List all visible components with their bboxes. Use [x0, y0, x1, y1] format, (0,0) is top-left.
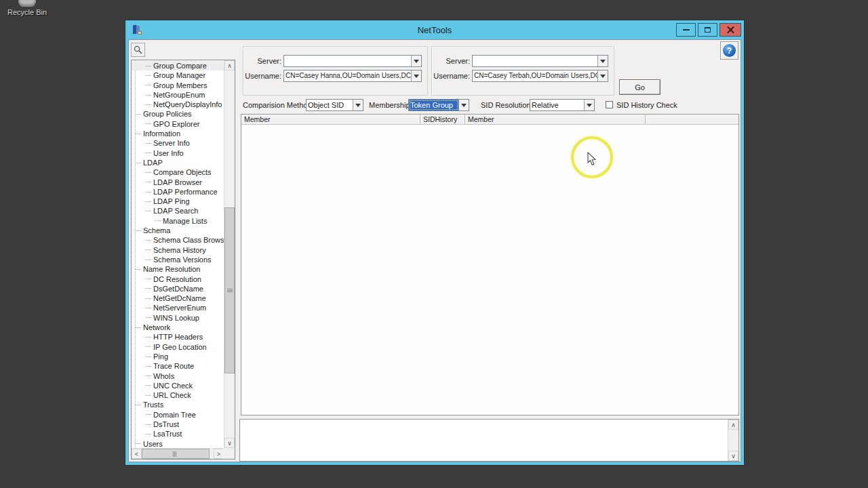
tree-item[interactable]: Schema Versions: [132, 255, 224, 264]
tree-item[interactable]: Manage Lists: [132, 216, 224, 226]
sid-history-checkbox[interactable]: [606, 101, 613, 108]
tree-item[interactable]: Domain Tree: [132, 410, 224, 420]
tree-item-label: WINS Lookup: [153, 313, 199, 323]
tree-item-label: LDAP Browser: [153, 178, 202, 187]
tree-item[interactable]: Name Resolution: [132, 264, 224, 274]
grid-header: MemberSIDHistoryMember: [241, 115, 738, 125]
tree-item-label: NetGetDcName: [153, 293, 206, 303]
tree-item[interactable]: LDAP Performance: [132, 187, 224, 197]
grid-column-header[interactable]: Member: [241, 115, 420, 124]
log-vertical-scrollbar[interactable]: ∧ ∨: [728, 420, 738, 461]
tree-item[interactable]: NetGroupEnum: [132, 90, 224, 100]
tree-item[interactable]: Compare Objects: [132, 167, 224, 177]
recycle-bin-desktop-icon[interactable]: Recycle Bin: [5, 0, 49, 16]
tree-connector: [145, 182, 151, 182]
tree-item[interactable]: Server Info: [132, 138, 224, 148]
tree-item[interactable]: Information: [132, 129, 224, 138]
tree-connector: [145, 249, 151, 250]
tree-vertical-scrollbar[interactable]: ∧ ∨: [224, 60, 235, 449]
tree-item[interactable]: Group Compare: [132, 61, 224, 70]
maximize-button[interactable]: [698, 23, 717, 37]
grid-column-header[interactable]: Member: [465, 115, 646, 124]
tree-item[interactable]: LDAP Search: [132, 206, 224, 216]
tree-item[interactable]: Schema History: [132, 245, 224, 255]
tree-item[interactable]: Ping: [132, 352, 224, 361]
tree-item[interactable]: Schema: [132, 226, 224, 235]
chevron-down-icon[interactable]: [411, 56, 421, 66]
tree-item[interactable]: LDAP Browser: [132, 178, 224, 187]
tree-item[interactable]: DsTrust: [132, 420, 224, 429]
tree-item-label: Schema Class Browser: [153, 235, 224, 245]
tree-item[interactable]: Trace Route: [132, 361, 224, 371]
chevron-down-icon[interactable]: [411, 70, 421, 81]
scrollbar-thumb[interactable]: [142, 449, 210, 459]
tree-item[interactable]: Group Policies: [132, 109, 224, 119]
scroll-down-button[interactable]: ∨: [224, 438, 235, 448]
tree-item-label: LDAP Search: [153, 206, 198, 216]
tree-item[interactable]: Network: [132, 323, 224, 332]
tree-item[interactable]: Schema Class Browser: [132, 235, 224, 245]
chevron-down-icon[interactable]: [584, 100, 594, 110]
tree-item-label: HTTP Headers: [153, 332, 203, 342]
username-combobox-right[interactable]: CN=Casey Terbah,OU=Domain Users,DC=: [472, 70, 608, 82]
tree-item[interactable]: LsaTrust: [132, 429, 224, 439]
tree-item-label: Group Compare: [153, 61, 207, 70]
comparison-method-combobox[interactable]: Object SID: [306, 99, 363, 111]
tree-item[interactable]: Group Manager: [132, 70, 224, 80]
tree-view: Group CompareGroup ManagerGroup MembersN…: [132, 60, 224, 449]
grid-column-header[interactable]: [646, 115, 738, 124]
tree-item[interactable]: Users: [132, 439, 224, 449]
tree-item[interactable]: DsGetDcName: [132, 284, 224, 293]
tree-item[interactable]: IP Geo Location: [132, 342, 224, 352]
chevron-down-icon[interactable]: [597, 70, 608, 81]
tree-item[interactable]: HTTP Headers: [132, 332, 224, 342]
chevron-down-icon[interactable]: [597, 56, 608, 66]
tree-item-label: Users: [143, 439, 163, 449]
scroll-left-button[interactable]: <: [132, 449, 142, 459]
tree-item[interactable]: URL Check: [132, 390, 224, 400]
tree-item[interactable]: User Info: [132, 148, 224, 158]
server-combobox-right[interactable]: [472, 55, 608, 67]
tree-item[interactable]: WhoIs: [132, 371, 224, 381]
membership-combobox[interactable]: Token Group: [408, 99, 469, 111]
help-button[interactable]: ?: [720, 41, 738, 60]
chevron-down-icon[interactable]: [353, 100, 363, 110]
scroll-right-button[interactable]: >: [214, 449, 224, 459]
scroll-down-button[interactable]: ∨: [728, 451, 738, 461]
tree-connector: [145, 152, 151, 153]
tree-item-label: LDAP Ping: [153, 197, 190, 206]
tree-item-label: Ping: [153, 352, 168, 361]
tree-item[interactable]: UNC Check: [132, 381, 224, 390]
chevron-down-icon[interactable]: [458, 100, 469, 110]
tree-item[interactable]: Group Members: [132, 81, 224, 90]
tree-connector: [145, 288, 151, 289]
tree-item[interactable]: Trusts: [132, 400, 224, 409]
tree-item[interactable]: NetQueryDisplayInfo: [132, 100, 224, 109]
go-button[interactable]: Go: [619, 79, 660, 95]
minimize-button[interactable]: [676, 23, 696, 37]
scrollbar-thumb[interactable]: [224, 207, 235, 373]
tree-item[interactable]: WINS Lookup: [132, 313, 224, 323]
tree-item[interactable]: DC Resolution: [132, 274, 224, 284]
tree-item[interactable]: GPO Explorer: [132, 119, 224, 129]
grid-column-header[interactable]: SIDHistory: [420, 115, 465, 124]
tree-item[interactable]: NetServerEnum: [132, 303, 224, 312]
navigation-tree-panel: Group CompareGroup ManagerGroup MembersN…: [131, 60, 235, 460]
maximize-icon: [705, 27, 711, 33]
server-value: [473, 56, 597, 66]
titlebar[interactable]: NetTools: [125, 20, 744, 39]
server-combobox-left[interactable]: [283, 55, 422, 67]
tree-item[interactable]: LDAP: [132, 158, 224, 167]
tree-item[interactable]: NetGetDcName: [132, 293, 224, 303]
tree-connector: [145, 260, 151, 260]
tree-horizontal-scrollbar[interactable]: < >: [132, 448, 224, 459]
scroll-up-button[interactable]: ∧: [728, 420, 738, 430]
tree-item[interactable]: LDAP Ping: [132, 197, 224, 206]
username-combobox-left[interactable]: CN=Casey Hanna,OU=Domain Users,DC=: [283, 70, 422, 82]
sid-resolution-combobox[interactable]: Relative: [530, 99, 595, 111]
close-button[interactable]: [719, 23, 741, 37]
scroll-up-button[interactable]: ∧: [224, 60, 235, 70]
search-button[interactable]: [131, 43, 145, 57]
tree-connector: [145, 337, 151, 338]
log-output-box[interactable]: ∧ ∨: [239, 419, 739, 462]
